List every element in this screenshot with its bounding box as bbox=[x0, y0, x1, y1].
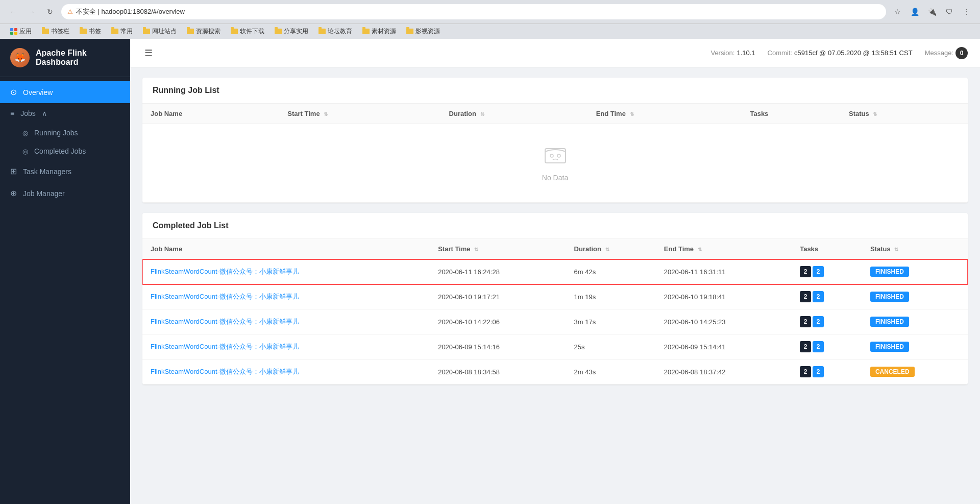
jobs-arrow-icon: ∧ bbox=[42, 109, 47, 117]
hamburger-button[interactable]: ☰ bbox=[142, 45, 155, 61]
running-jobs-title: Running Job List bbox=[142, 78, 968, 104]
sidebar-item-task-managers[interactable]: ⊞ Task Managers bbox=[0, 160, 130, 182]
task-badge-dark: 2 bbox=[800, 316, 811, 327]
lock-icon: ⚠ bbox=[67, 8, 73, 15]
cell-status: FINISHED bbox=[862, 284, 968, 309]
cell-job-name: FlinkSteamWordCount-微信公众号：小康新鲜事儿 bbox=[142, 309, 430, 334]
bookmark-label: 网址站点 bbox=[152, 27, 177, 36]
folder-icon bbox=[187, 29, 194, 34]
cell-job-name: FlinkSteamWordCount-微信公众号：小康新鲜事儿 bbox=[142, 259, 430, 284]
message-badge[interactable]: 0 bbox=[955, 47, 968, 59]
cell-duration: 2m 43s bbox=[566, 359, 656, 385]
bookmark-websites[interactable]: 网址站点 bbox=[139, 26, 181, 37]
sidebar-item-job-manager[interactable]: ⊕ Job Manager bbox=[0, 182, 130, 204]
more-button[interactable]: ⋮ bbox=[960, 5, 974, 19]
running-jobs-table: Job Name Start Time ⇅ Duration ⇅ bbox=[142, 104, 968, 203]
address-bar[interactable]: ⚠ 不安全 | hadoop01:18082/#/overview bbox=[61, 4, 886, 19]
bookmark-resources-search[interactable]: 资源搜索 bbox=[183, 26, 225, 37]
sort-icon: ⇅ bbox=[474, 247, 478, 252]
version-label: Version: bbox=[710, 49, 734, 57]
table-row[interactable]: FlinkSteamWordCount-微信公众号：小康新鲜事儿 2020-06… bbox=[142, 359, 968, 385]
running-jobs-label: Running Jobs bbox=[34, 129, 78, 137]
profile-button[interactable]: 👤 bbox=[908, 5, 922, 19]
browser-toolbar: ← → ↻ ⚠ 不安全 | hadoop01:18082/#/overview … bbox=[0, 0, 980, 23]
cell-tasks: 2 2 bbox=[792, 259, 862, 284]
bookmark-forum[interactable]: 论坛教育 bbox=[314, 26, 356, 37]
col-status[interactable]: Status ⇅ bbox=[862, 239, 968, 259]
cell-job-name: FlinkSteamWordCount-微信公众号：小康新鲜事儿 bbox=[142, 284, 430, 309]
sidebar-logo: 🦊 Apache Flink Dashboard bbox=[0, 39, 130, 77]
table-row[interactable]: FlinkSteamWordCount-微信公众号：小康新鲜事儿 2020-06… bbox=[142, 334, 968, 359]
col-end-time[interactable]: End Time ⇅ bbox=[588, 104, 742, 124]
bookmark-label: 常用 bbox=[120, 27, 133, 36]
shield-button[interactable]: 🛡 bbox=[942, 5, 957, 19]
task-badge-blue: 2 bbox=[813, 266, 824, 277]
logo-text: Apache Flink Dashboard bbox=[36, 49, 120, 67]
col-duration[interactable]: Duration ⇅ bbox=[441, 104, 588, 124]
bookmark-label: 影视资源 bbox=[415, 27, 440, 36]
col-end-time[interactable]: End Time ⇅ bbox=[656, 239, 792, 259]
sort-icon: ⇅ bbox=[894, 247, 898, 252]
col-status[interactable]: Status ⇅ bbox=[841, 104, 968, 124]
bookmarks-bar: 应用 书签栏 书签 常用 网址站点 资源搜索 软件下载 分享实用 bbox=[0, 23, 980, 39]
bookmark-common[interactable]: 常用 bbox=[107, 26, 137, 37]
sidebar-item-running-jobs[interactable]: ◎ Running Jobs bbox=[0, 124, 130, 142]
task-badge-dark: 2 bbox=[800, 291, 811, 302]
cell-job-name: FlinkSteamWordCount-微信公众号：小康新鲜事儿 bbox=[142, 359, 430, 385]
table-row[interactable]: FlinkSteamWordCount-微信公众号：小康新鲜事儿 2020-06… bbox=[142, 259, 968, 284]
no-data-icon bbox=[163, 145, 947, 170]
table-row[interactable]: FlinkSteamWordCount-微信公众号：小康新鲜事儿 2020-06… bbox=[142, 309, 968, 334]
task-badge-dark: 2 bbox=[800, 266, 811, 277]
completed-jobs-table: Job Name Start Time ⇅ Duration ⇅ bbox=[142, 239, 968, 385]
bookmark-bookmarks[interactable]: 书签 bbox=[76, 26, 105, 37]
cell-tasks: 2 2 bbox=[792, 284, 862, 309]
cell-tasks: 2 2 bbox=[792, 334, 862, 359]
status-badge: FINISHED bbox=[870, 292, 909, 302]
bookmark-video[interactable]: 影视资源 bbox=[402, 26, 444, 37]
completed-jobs-icon: ◎ bbox=[22, 148, 28, 155]
folder-icon bbox=[362, 29, 370, 34]
folder-icon bbox=[42, 29, 49, 34]
sidebar-item-overview[interactable]: ⊙ Overview bbox=[0, 81, 130, 103]
back-button[interactable]: ← bbox=[6, 5, 20, 19]
commit-info: Commit: c5915cf @ 07.05.2020 @ 13:58:51 … bbox=[768, 49, 913, 57]
sidebar-nav: ⊙ Overview ≡ Jobs ∧ ◎ Running Jobs ◎ Com… bbox=[0, 77, 130, 504]
sidebar-item-jobs[interactable]: ≡ Jobs ∧ bbox=[0, 103, 130, 124]
version-info: Version: 1.10.1 bbox=[710, 49, 755, 57]
table-row[interactable]: FlinkSteamWordCount-微信公众号：小康新鲜事儿 2020-06… bbox=[142, 284, 968, 309]
bookmark-sharing[interactable]: 分享实用 bbox=[271, 26, 312, 37]
folder-icon bbox=[111, 29, 118, 34]
forward-button[interactable]: → bbox=[24, 5, 39, 19]
col-start-time[interactable]: Start Time ⇅ bbox=[430, 239, 566, 259]
cell-end-time: 2020-06-10 14:25:23 bbox=[656, 309, 792, 334]
extension-button[interactable]: 🔌 bbox=[925, 5, 939, 19]
content-area: Running Job List Job Name Start Time ⇅ bbox=[130, 67, 980, 405]
browser-actions: ☆ 👤 🔌 🛡 ⋮ bbox=[890, 5, 974, 19]
bookmark-software-download[interactable]: 软件下载 bbox=[227, 26, 268, 37]
folder-icon bbox=[231, 29, 238, 34]
status-badge: FINISHED bbox=[870, 317, 909, 327]
sidebar-item-completed-jobs[interactable]: ◎ Completed Jobs bbox=[0, 142, 130, 160]
folder-icon bbox=[406, 29, 413, 34]
job-manager-icon: ⊕ bbox=[10, 188, 17, 198]
sort-icon: ⇅ bbox=[630, 111, 634, 117]
cell-start-time: 2020-06-10 19:17:21 bbox=[430, 284, 566, 309]
bookmark-star-button[interactable]: ☆ bbox=[890, 5, 904, 19]
cell-status: CANCELED bbox=[862, 359, 968, 385]
sort-icon: ⇅ bbox=[873, 111, 877, 117]
completed-jobs-label: Completed Jobs bbox=[34, 147, 86, 155]
running-jobs-tbody: No Data bbox=[142, 124, 968, 203]
completed-jobs-section: Completed Job List Job Name Start Time ⇅ bbox=[142, 213, 968, 385]
task-managers-label: Task Managers bbox=[23, 167, 120, 176]
reload-button[interactable]: ↻ bbox=[43, 5, 57, 19]
col-start-time[interactable]: Start Time ⇅ bbox=[279, 104, 440, 124]
jobs-label: Jobs bbox=[20, 109, 36, 117]
col-duration[interactable]: Duration ⇅ bbox=[566, 239, 656, 259]
completed-jobs-title: Completed Job List bbox=[142, 213, 968, 239]
no-data-text: No Data bbox=[163, 174, 947, 182]
top-header-left: ☰ bbox=[142, 45, 155, 61]
folder-icon bbox=[143, 29, 150, 34]
bookmark-apps[interactable]: 应用 bbox=[6, 26, 36, 37]
bookmark-bookmarks-bar[interactable]: 书签栏 bbox=[38, 26, 74, 37]
bookmark-materials[interactable]: 素材资源 bbox=[358, 26, 400, 37]
